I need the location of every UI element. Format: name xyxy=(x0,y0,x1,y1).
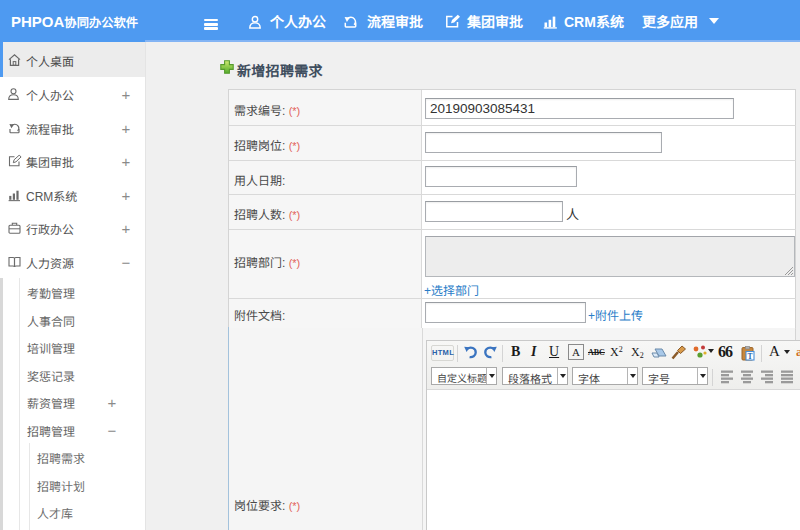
svg-text:T: T xyxy=(747,352,752,361)
